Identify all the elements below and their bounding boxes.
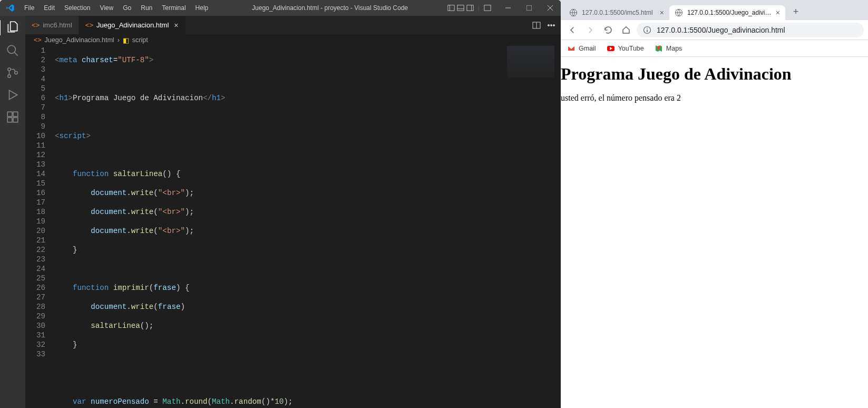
tabbar-actions bbox=[527, 16, 561, 34]
svg-rect-16 bbox=[7, 112, 12, 116]
menu-selection[interactable]: Selection bbox=[60, 2, 94, 14]
bookmark-youtube[interactable]: YouTube bbox=[607, 44, 644, 53]
globe-icon bbox=[569, 8, 578, 17]
layout-icon[interactable] bbox=[447, 4, 455, 12]
bookmark-label: Maps bbox=[666, 45, 682, 52]
youtube-icon bbox=[607, 44, 615, 53]
split-editor-icon[interactable] bbox=[532, 21, 541, 30]
editor-tabbar: <> imc6.html <> Juego_Adivinacion.html × bbox=[25, 16, 561, 34]
svg-line-12 bbox=[14, 52, 18, 56]
menu-help[interactable]: Help bbox=[191, 2, 213, 14]
script-icon: ◧ bbox=[123, 36, 129, 44]
forward-button[interactable] bbox=[583, 23, 598, 37]
site-info-icon[interactable] bbox=[643, 26, 651, 34]
source-control-icon[interactable] bbox=[6, 66, 19, 80]
editor-area: <> imc6.html <> Juego_Adivinacion.html ×… bbox=[25, 16, 561, 408]
breadcrumb-file: Juego_Adivinacion.html bbox=[45, 36, 114, 44]
line-gutter: 1234567891011121314151617181920212223242… bbox=[25, 46, 55, 408]
tab-title: 127.0.0.1:5500/Juego_adivinacion bbox=[687, 9, 772, 16]
breadcrumb-symbol: script bbox=[132, 36, 148, 44]
search-icon[interactable] bbox=[6, 44, 19, 57]
layout-icon[interactable] bbox=[457, 4, 464, 12]
bookmark-maps[interactable]: Maps bbox=[655, 44, 682, 53]
menu-terminal[interactable]: Terminal bbox=[158, 2, 190, 14]
vscode-body: <> imc6.html <> Juego_Adivinacion.html ×… bbox=[0, 16, 561, 408]
svg-point-24 bbox=[553, 24, 555, 26]
svg-point-13 bbox=[8, 68, 11, 71]
page-heading: Programa Juego de Adivinacion bbox=[561, 64, 868, 84]
code-content[interactable]: <meta charset="UTF-8"> <h1>Programa Jueg… bbox=[55, 46, 561, 408]
reload-button[interactable] bbox=[601, 23, 616, 37]
bookmark-label: Gmail bbox=[579, 45, 596, 52]
maximize-button[interactable] bbox=[519, 0, 540, 16]
activitybar bbox=[0, 16, 25, 408]
vscode-window: File Edit Selection View Go Run Terminal… bbox=[0, 0, 561, 408]
svg-rect-0 bbox=[448, 5, 454, 11]
html-file-icon: <> bbox=[32, 21, 40, 29]
new-tab-button[interactable]: + bbox=[788, 4, 803, 19]
bookmark-label: YouTube bbox=[618, 45, 644, 52]
maps-icon bbox=[655, 44, 663, 53]
menu-view[interactable]: View bbox=[95, 2, 118, 14]
svg-point-23 bbox=[551, 24, 552, 26]
chrome-window: 127.0.0.1:5500/imc5.html × 127.0.0.1:550… bbox=[561, 0, 868, 408]
svg-point-29 bbox=[647, 27, 648, 28]
svg-rect-17 bbox=[13, 112, 18, 116]
menu-go[interactable]: Go bbox=[119, 2, 135, 14]
layout-icon[interactable] bbox=[466, 4, 474, 12]
gmail-icon bbox=[567, 44, 576, 53]
svg-point-14 bbox=[8, 75, 11, 77]
chevron-right-icon: › bbox=[118, 36, 120, 44]
close-button[interactable] bbox=[540, 0, 561, 16]
tab-imc6[interactable]: <> imc6.html bbox=[25, 16, 79, 34]
close-icon[interactable]: × bbox=[776, 8, 780, 17]
svg-point-11 bbox=[7, 45, 15, 53]
tab-title: 127.0.0.1:5500/imc5.html bbox=[582, 9, 656, 16]
address-bar[interactable]: 127.0.0.1:5500/Juego_adivinacion.html bbox=[637, 23, 864, 37]
more-icon[interactable] bbox=[547, 21, 555, 30]
minimize-button[interactable] bbox=[498, 0, 519, 16]
tab-label: Juego_Adivinacion.html bbox=[96, 21, 169, 29]
close-icon[interactable]: × bbox=[660, 8, 664, 17]
run-debug-icon[interactable] bbox=[6, 88, 19, 102]
code-editor[interactable]: 1234567891011121314151617181920212223242… bbox=[25, 46, 561, 408]
files-icon[interactable] bbox=[6, 20, 19, 34]
extensions-icon[interactable] bbox=[6, 110, 19, 124]
svg-rect-8 bbox=[526, 5, 532, 11]
vscode-titlebar: File Edit Selection View Go Run Terminal… bbox=[0, 0, 561, 16]
svg-point-22 bbox=[548, 24, 550, 26]
tab-label: imc6.html bbox=[43, 21, 72, 29]
vscode-logo-icon bbox=[5, 3, 15, 13]
url-text: 127.0.0.1:5500/Juego_adivinacion.html bbox=[657, 26, 785, 34]
home-button[interactable] bbox=[619, 23, 633, 37]
bookmark-gmail[interactable]: Gmail bbox=[567, 44, 596, 53]
html-file-icon: <> bbox=[85, 21, 93, 29]
svg-point-15 bbox=[15, 71, 17, 74]
menubar: File Edit Selection View Go Run Terminal… bbox=[20, 2, 212, 14]
page-content: Programa Juego de Adivinacion usted erró… bbox=[561, 57, 868, 408]
svg-rect-4 bbox=[467, 5, 473, 11]
close-icon[interactable]: × bbox=[174, 21, 178, 30]
layout-icons: | bbox=[447, 4, 498, 12]
back-button[interactable] bbox=[565, 23, 580, 37]
menu-edit[interactable]: Edit bbox=[40, 2, 59, 14]
svg-rect-18 bbox=[7, 118, 12, 122]
browser-tab-imc5[interactable]: 127.0.0.1:5500/imc5.html × bbox=[564, 5, 669, 20]
svg-rect-2 bbox=[457, 5, 464, 11]
layout-icon[interactable] bbox=[484, 4, 491, 12]
window-title: Juego_Adivinacion.html - proyecto - Visu… bbox=[212, 4, 447, 12]
menu-run[interactable]: Run bbox=[136, 2, 157, 14]
chrome-tabstrip: 127.0.0.1:5500/imc5.html × 127.0.0.1:550… bbox=[561, 0, 868, 20]
breadcrumb[interactable]: <> Juego_Adivinacion.html › ◧ script bbox=[25, 34, 561, 46]
bookmarks-bar: Gmail YouTube Maps bbox=[561, 40, 868, 57]
svg-rect-19 bbox=[13, 118, 18, 122]
globe-icon bbox=[675, 8, 683, 17]
svg-rect-6 bbox=[484, 5, 491, 11]
html-file-icon: <> bbox=[34, 36, 42, 44]
chrome-toolbar: 127.0.0.1:5500/Juego_adivinacion.html bbox=[561, 20, 868, 40]
tab-juego-adivinacion[interactable]: <> Juego_Adivinacion.html × bbox=[79, 16, 186, 34]
browser-tab-juego[interactable]: 127.0.0.1:5500/Juego_adivinacion × bbox=[669, 5, 785, 20]
page-body-text: usted erró, el número pensado era 2 bbox=[561, 93, 868, 103]
menu-file[interactable]: File bbox=[20, 2, 38, 14]
